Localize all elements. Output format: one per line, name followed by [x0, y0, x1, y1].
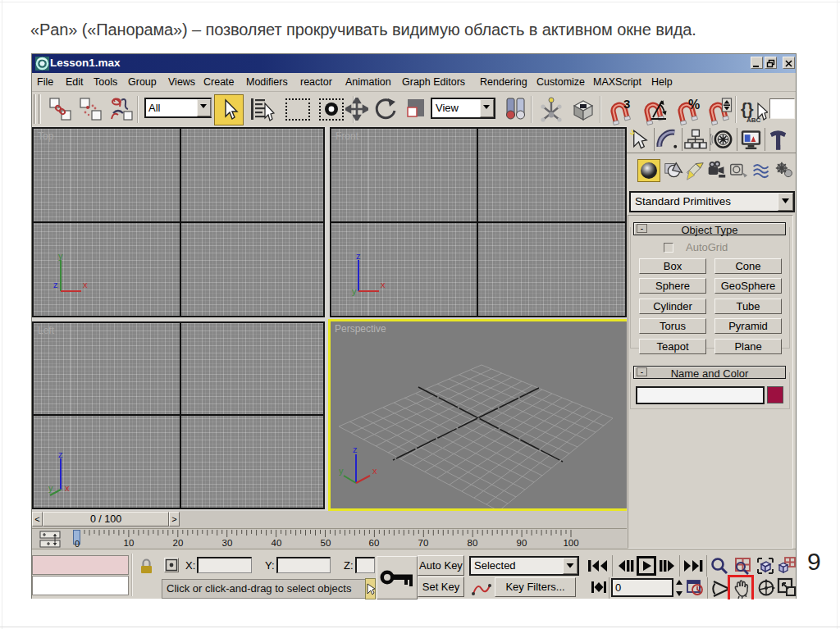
svg-text:100: 100 [563, 538, 578, 548]
svg-text:30: 30 [222, 538, 233, 548]
svg-text:y: y [48, 483, 53, 493]
svg-text:20: 20 [173, 538, 184, 548]
svg-text:z: z [53, 280, 58, 289]
svg-text:90: 90 [517, 538, 527, 548]
svg-text:80: 80 [468, 538, 478, 548]
svg-text:70: 70 [418, 538, 429, 548]
svg-text:60: 60 [369, 538, 380, 548]
svg-text:10: 10 [124, 538, 135, 548]
svg-text:z: z [58, 450, 63, 459]
svg-text:z: z [353, 444, 358, 454]
svg-text:40: 40 [272, 538, 282, 548]
svg-text:y: y [352, 286, 357, 296]
svg-text:x: x [372, 466, 377, 476]
svg-text:y: y [58, 252, 63, 261]
svg-text:z: z [356, 252, 361, 261]
svg-text:x: x [381, 280, 386, 289]
svg-text:y: y [339, 466, 344, 476]
svg-text:x: x [83, 280, 88, 289]
svg-text:x: x [65, 483, 70, 493]
svg-text:3: 3 [623, 98, 630, 111]
svg-text:%: % [688, 98, 700, 112]
svg-text:50: 50 [321, 538, 331, 548]
svg-text:{}: {} [741, 100, 754, 118]
